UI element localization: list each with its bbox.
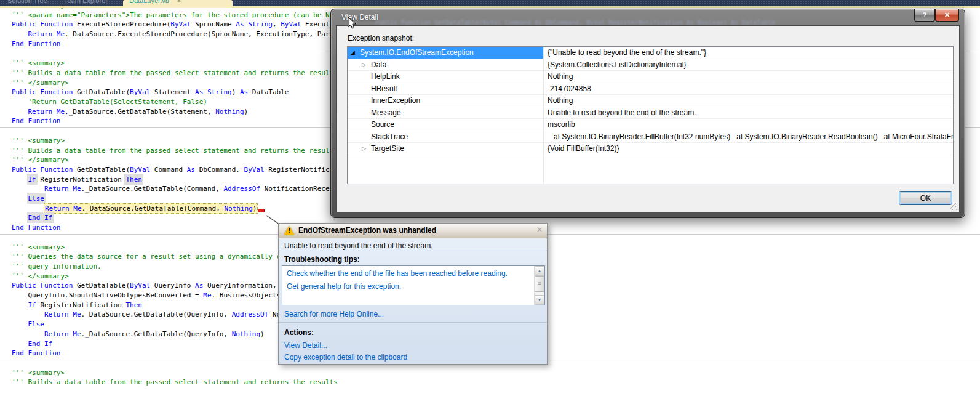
troubleshooting-tips-listbox: ▲ ≡ ▼ Check whether the end of the file … <box>282 265 545 305</box>
tab-solution-tree[interactable]: Solution Tree <box>7 0 47 8</box>
exception-highlighted-statement[interactable]: Return Me._DataSource.GetDataTable(Comma… <box>44 203 258 214</box>
code-line[interactable]: Return Me._DataSource.ExecuteStoredProce… <box>28 30 362 39</box>
property-value: mscorlib <box>544 119 953 131</box>
exception-snapshot-grid: ◢System.IO.EndOfStreamException{"Unable … <box>347 46 954 184</box>
document-tab-bar: Solution TreeTeam ExplorerDataLayer.vb✕ <box>0 0 980 8</box>
snapshot-row-helplink[interactable]: HelpLinkNothing <box>348 71 953 83</box>
snapshot-row-source[interactable]: Sourcemscorlib <box>348 119 953 131</box>
close-button[interactable]: ✕ <box>935 9 959 22</box>
troubleshooting-tip-link[interactable]: Get general help for this exception. <box>287 282 401 291</box>
property-name: System.IO.EndOfStreamException <box>360 47 474 59</box>
snapshot-row-message[interactable]: MessageUnable to read beyond the end of … <box>348 107 953 119</box>
code-line[interactable]: ''' query information. <box>12 262 102 272</box>
code-line[interactable]: Return Me._DataSource.GetDataTable(Comma… <box>44 204 265 214</box>
code-line[interactable]: If RegisterNotification Then <box>28 301 142 310</box>
exception-popup-header: ! EndOfStreamException was unhandled ✕ <box>279 224 547 238</box>
code-line[interactable]: ''' </summary> <box>12 272 69 281</box>
code-line[interactable]: ''' </summary> <box>12 78 69 88</box>
troubleshooting-tips-label: Troubleshooting tips: <box>284 255 360 264</box>
warning-icon: ! <box>284 226 294 235</box>
code-line[interactable]: Return Me._DataSource.GetDataTable(Query… <box>44 329 265 339</box>
code-line[interactable]: End Function <box>12 116 60 126</box>
code-line[interactable]: End Function <box>12 39 60 49</box>
snapshot-row-data[interactable]: ▷Data{System.Collections.ListDictionaryI… <box>348 59 953 71</box>
tab-close-icon[interactable]: ✕ <box>177 0 181 4</box>
code-line[interactable]: ''' <summary> <box>12 136 65 146</box>
property-value: Unable to read beyond the end of the str… <box>544 107 953 119</box>
code-line[interactable]: End Function <box>12 223 60 233</box>
exception-popup-title: EndOfStreamException was unhandled <box>298 226 436 235</box>
property-value: {Void FillBuffer(Int32)} <box>544 143 953 155</box>
property-value: -2147024858 <box>544 83 953 95</box>
view-detail-link[interactable]: View Detail... <box>284 341 327 350</box>
code-line[interactable]: ''' <summary> <box>12 59 65 68</box>
code-line[interactable]: End If <box>28 213 53 223</box>
property-name: HResult <box>371 83 397 95</box>
dialog-client-area: Exception snapshot: ◢System.IO.EndOfStre… <box>336 25 960 212</box>
tips-scrollbar[interactable]: ▲ ≡ ▼ <box>534 266 544 305</box>
popup-close-icon[interactable]: ✕ <box>536 225 543 234</box>
code-line[interactable]: ''' </summary> <box>12 155 69 165</box>
property-value: Nothing <box>544 95 953 107</box>
tab-datalayer-vb[interactable]: DataLayer.vb✕ <box>123 0 233 8</box>
snapshot-row-system-io-endofstreamexception[interactable]: ◢System.IO.EndOfStreamException{"Unable … <box>348 47 953 59</box>
expand-icon[interactable]: ▷ <box>362 59 366 71</box>
snapshot-row-hresult[interactable]: HResult-2147024858 <box>348 83 953 95</box>
property-name: Data <box>371 59 386 71</box>
resize-grip[interactable] <box>950 203 957 210</box>
exception-marker-icon <box>258 209 265 212</box>
code-line[interactable]: End If <box>28 339 53 349</box>
visual-studio-screen: Solution TreeTeam ExplorerDataLayer.vb✕ … <box>0 0 980 396</box>
code-line[interactable]: 'Return GetDataTable(SelectStatement, Fa… <box>28 97 207 107</box>
collapse-icon[interactable]: ◢ <box>351 47 355 59</box>
property-name: StackTrace <box>371 131 408 143</box>
help-button[interactable]: ? <box>914 9 935 22</box>
expand-icon[interactable]: ▷ <box>362 143 366 155</box>
property-value: Nothing <box>544 71 953 83</box>
snapshot-row-innerexception[interactable]: InnerExceptionNothing <box>348 95 953 107</box>
snapshot-row-stacktrace[interactable]: StackTrace at System.IO.BinaryReader.Fil… <box>348 131 953 143</box>
code-line[interactable]: ''' <summary> <box>12 243 65 253</box>
divider <box>279 322 547 323</box>
view-detail-dialog: View Detail Public Function GetDataTable… <box>330 9 965 218</box>
code-line[interactable]: ''' <summary> <box>12 368 65 378</box>
scroll-up-icon[interactable]: ▲ <box>535 266 544 276</box>
property-name: HelpLink <box>371 71 400 83</box>
code-line[interactable]: Else <box>28 194 45 204</box>
property-value: at System.IO.BinaryReader.FillBuffer(Int… <box>544 131 953 143</box>
code-line[interactable]: Else <box>28 320 45 329</box>
code-line[interactable]: Public Function GetDataTable(ByVal State… <box>12 87 289 97</box>
tab-team-explorer[interactable]: Team Explorer <box>64 0 108 8</box>
copy-exception-detail-link[interactable]: Copy exception detail to the clipboard <box>284 353 407 362</box>
property-value: {"Unable to read beyond the end of the s… <box>544 47 953 59</box>
code-line[interactable]: Return Me._DataSource.GetDataTable(Comma… <box>44 184 350 194</box>
scrollbar-thumb[interactable]: ≡ <box>535 276 544 292</box>
exception-message: Unable to read beyond the end of the str… <box>284 241 433 250</box>
ok-button[interactable]: OK <box>899 191 952 205</box>
code-line[interactable]: ''' Builds a data table from the passed … <box>12 378 338 387</box>
property-value: {System.Collections.ListDictionaryIntern… <box>544 59 953 71</box>
divider <box>279 251 547 251</box>
glass-reflection: Public Function GetDataTable(ByVal Comma… <box>375 19 929 25</box>
troubleshooting-tip-link[interactable]: Check whether the end of the file has be… <box>287 269 508 278</box>
code-line[interactable]: If RegisterNotification Then <box>28 175 142 185</box>
grid-column-divider[interactable] <box>543 47 544 184</box>
exception-assistant-popup: ! EndOfStreamException was unhandled ✕ U… <box>278 223 548 365</box>
code-line[interactable]: End Function <box>12 349 60 358</box>
property-name: InnerException <box>371 95 420 107</box>
snapshot-row-targetsite[interactable]: ▷TargetSite{Void FillBuffer(Int32)} <box>348 143 953 155</box>
search-help-online-link[interactable]: Search for more Help Online... <box>284 310 384 318</box>
property-name: TargetSite <box>371 143 404 155</box>
dialog-title: View Detail <box>341 13 378 22</box>
property-name: Message <box>371 107 401 119</box>
actions-label: Actions: <box>284 328 314 337</box>
exception-snapshot-label: Exception snapshot: <box>348 34 414 42</box>
scroll-down-icon[interactable]: ▼ <box>535 295 544 305</box>
property-name: Source <box>371 119 394 131</box>
code-line[interactable]: Return Me._DataSource.GetDataTable(State… <box>28 107 249 117</box>
